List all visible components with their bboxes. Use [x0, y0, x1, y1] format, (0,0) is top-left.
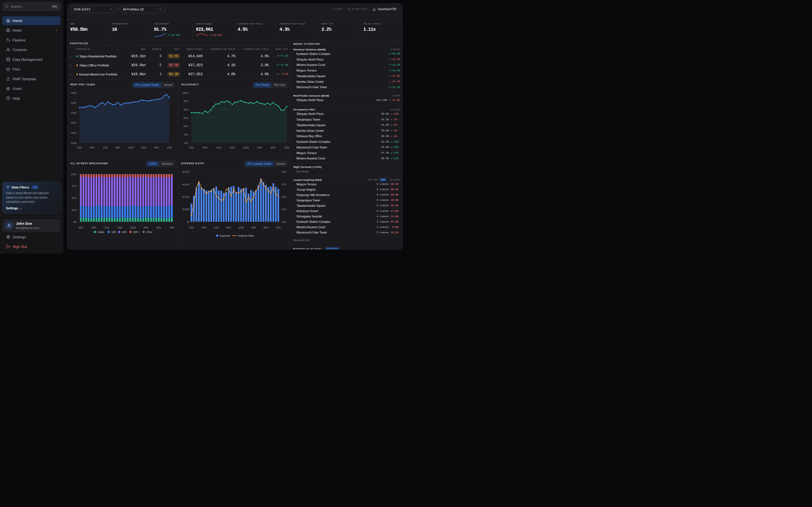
svg-text:1/23: 1/23	[104, 226, 109, 229]
svg-text:100%: 100%	[182, 92, 188, 94]
svg-text:¥24K: ¥24K	[71, 92, 77, 94]
svg-text:8/22: 8/22	[90, 146, 95, 149]
svg-text:1/23: 1/23	[216, 146, 221, 149]
svg-text:100%: 100%	[70, 173, 77, 175]
svg-text:3/22: 3/22	[189, 226, 194, 229]
svg-text:9/24: 9/24	[154, 146, 159, 149]
svg-text:6/23: 6/23	[226, 226, 231, 229]
svg-text:Other: Other	[146, 231, 152, 233]
svg-text:80%: 80%	[184, 125, 188, 128]
svg-text:9/24: 9/24	[264, 226, 268, 229]
svg-text:9/24: 9/24	[271, 146, 275, 149]
svg-text:4/24: 4/24	[143, 226, 148, 229]
svg-text:25%: 25%	[71, 209, 77, 211]
svg-text:Studio: Studio	[98, 231, 104, 233]
svg-text:90%: 90%	[184, 108, 188, 111]
svg-text:95%: 95%	[184, 100, 188, 103]
svg-text:¥18K: ¥18K	[71, 121, 77, 124]
svg-text:8/22: 8/22	[203, 146, 207, 149]
svg-text:3BR ~: 3BR ~	[133, 231, 140, 233]
svg-text:9/24: 9/24	[156, 226, 161, 229]
svg-text:85%: 85%	[184, 117, 188, 119]
svg-text:1BR: 1BR	[111, 231, 116, 233]
svg-text:6/23: 6/23	[116, 146, 120, 149]
svg-text:¥22K: ¥22K	[71, 101, 77, 104]
svg-text:70%: 70%	[184, 142, 188, 145]
svg-text:4/24: 4/24	[141, 146, 146, 149]
svg-text:¥4,000: ¥4,000	[182, 195, 190, 198]
svg-text:Expenses: Expenses	[220, 234, 230, 237]
svg-text:¥0: ¥0	[187, 220, 190, 223]
svg-text:¥16K: ¥16K	[71, 131, 77, 134]
svg-text:22%: 22%	[282, 195, 287, 198]
svg-text:1/23: 1/23	[214, 226, 219, 229]
svg-text:50%: 50%	[71, 196, 77, 200]
svg-text:2BR: 2BR	[122, 231, 126, 233]
svg-text:2/25: 2/25	[276, 226, 281, 229]
svg-text:17%: 17%	[282, 208, 287, 211]
svg-text:3/22: 3/22	[77, 146, 82, 149]
svg-text:2/25: 2/25	[285, 146, 289, 149]
svg-text:27%: 27%	[282, 183, 287, 186]
svg-text:Expense Ratio: Expense Ratio	[238, 234, 254, 237]
svg-text:4/24: 4/24	[257, 146, 262, 149]
svg-text:¥14K: ¥14K	[71, 142, 77, 145]
svg-text:6/23: 6/23	[117, 226, 122, 229]
svg-text:3/22: 3/22	[79, 226, 83, 229]
svg-text:11/23: 11/23	[243, 146, 249, 149]
svg-text:11/23: 11/23	[128, 146, 134, 149]
svg-text:0%: 0%	[73, 220, 77, 223]
svg-text:11/23: 11/23	[238, 226, 244, 229]
svg-text:2/25: 2/25	[167, 146, 171, 149]
svg-text:11/23: 11/23	[130, 226, 136, 229]
svg-text:75%: 75%	[184, 133, 188, 136]
svg-text:12%: 12%	[282, 220, 287, 223]
svg-text:3/22: 3/22	[189, 146, 194, 149]
svg-text:¥2,000: ¥2,000	[182, 208, 190, 211]
svg-text:75%: 75%	[71, 184, 77, 187]
svg-text:¥8,000: ¥8,000	[182, 170, 190, 173]
svg-text:2/25: 2/25	[169, 226, 174, 229]
svg-text:8/22: 8/22	[91, 226, 96, 229]
svg-text:8/22: 8/22	[202, 226, 206, 229]
svg-text:4/24: 4/24	[251, 226, 256, 229]
svg-text:1/23: 1/23	[103, 146, 107, 149]
svg-text:¥20K: ¥20K	[71, 112, 77, 114]
svg-text:6/23: 6/23	[230, 146, 235, 149]
svg-text:32%: 32%	[282, 170, 287, 173]
svg-text:¥6,000: ¥6,000	[182, 183, 190, 186]
